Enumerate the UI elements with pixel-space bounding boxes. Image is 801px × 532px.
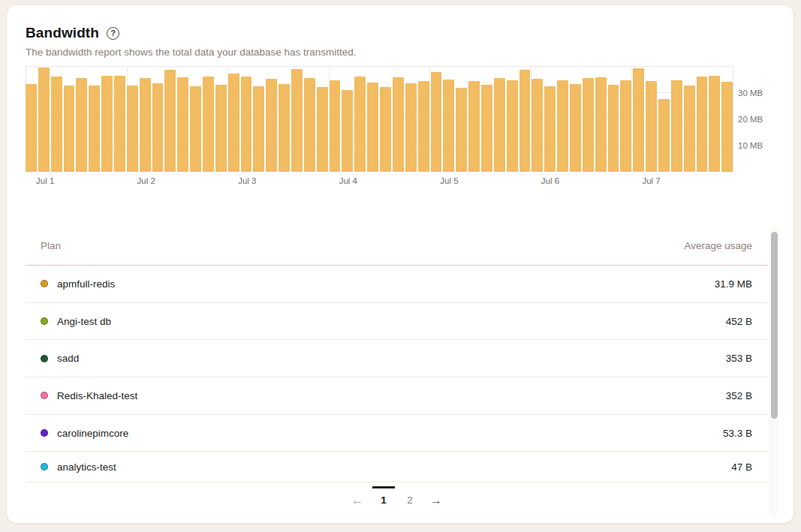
chart-bar[interactable] [608, 85, 619, 172]
chart-bar[interactable] [89, 86, 100, 172]
chart-bar[interactable] [64, 86, 75, 172]
chart-bar[interactable] [633, 68, 644, 172]
chart-bar[interactable] [330, 80, 341, 172]
chart-bar[interactable] [26, 84, 37, 172]
chart-bar[interactable] [531, 79, 543, 172]
plan-color-dot [41, 280, 48, 287]
chart-bar[interactable] [164, 70, 176, 172]
chart-bar[interactable] [76, 78, 87, 172]
chart-bar[interactable] [595, 77, 607, 172]
chart-bar[interactable] [317, 87, 328, 172]
chart-bar[interactable] [507, 80, 518, 172]
bandwidth-card: Bandwidth ? The bandwidth report shows t… [6, 5, 794, 524]
x-axis-label: Jul 2 [137, 176, 155, 185]
y-axis-label: 20 MB [738, 114, 775, 125]
chart-bar[interactable] [127, 86, 138, 172]
average-usage-value: 452 B [726, 316, 752, 327]
plan-name: Angi-test db [57, 316, 111, 327]
chart-bar[interactable] [418, 81, 429, 172]
chart-bar[interactable] [468, 81, 480, 172]
chart-bar[interactable] [291, 69, 303, 172]
help-icon[interactable]: ? [107, 27, 119, 40]
average-usage-value: 47 B [731, 461, 752, 473]
chart-bar[interactable] [519, 70, 531, 172]
x-axis-label: Jul 6 [541, 176, 559, 185]
bandwidth-chart: Jul 1Jul 2Jul 3Jul 4Jul 5Jul 6Jul 7 10 M… [26, 67, 733, 188]
pagination: ← 1 2 → [26, 482, 768, 518]
chart-bar[interactable] [494, 78, 505, 172]
chart-bar[interactable] [279, 84, 290, 172]
chart-bar[interactable] [342, 90, 353, 172]
table-scrollbar-track[interactable] [769, 226, 779, 515]
chart-bar[interactable] [697, 77, 708, 172]
chart-bar[interactable] [241, 77, 252, 172]
chart-bar[interactable] [443, 80, 454, 172]
chart-bar[interactable] [215, 85, 227, 172]
plan-name: apmfull-redis [57, 278, 115, 290]
chart-bar[interactable] [228, 74, 239, 172]
y-axis-label: 30 MB [738, 88, 775, 98]
page-button-2[interactable]: 2 [402, 491, 418, 509]
chart-bar[interactable] [51, 77, 62, 172]
chart-bar[interactable] [671, 80, 682, 172]
chart-bar[interactable] [354, 77, 366, 172]
plan-color-dot [41, 355, 48, 362]
chart-bar[interactable] [203, 77, 214, 172]
card-header: Bandwidth ? [26, 25, 119, 41]
chart-bar[interactable] [544, 86, 556, 172]
chart-bar[interactable] [367, 83, 378, 172]
chart-bar[interactable] [266, 79, 277, 172]
chart-bar[interactable] [405, 83, 417, 172]
chart-bar[interactable] [393, 77, 404, 172]
chart-bar[interactable] [620, 80, 631, 172]
average-usage-value: 53.3 B [723, 428, 752, 439]
table-row[interactable]: sadd 353 B [26, 340, 768, 377]
plan-color-dot [41, 463, 48, 470]
x-axis-label: Jul 3 [238, 176, 256, 185]
chart-bar[interactable] [140, 78, 151, 172]
chart-bar[interactable] [101, 76, 113, 172]
chart-bar[interactable] [557, 80, 568, 172]
chart-bar[interactable] [177, 77, 188, 172]
next-page-button[interactable]: → [428, 491, 444, 509]
chart-bar[interactable] [431, 72, 442, 172]
chart-bar[interactable] [646, 81, 657, 172]
chart-bar[interactable] [114, 76, 125, 172]
table-row[interactable]: Redis-Khaled-test 352 B [26, 377, 768, 415]
chart-bar[interactable] [658, 99, 670, 172]
chart-bar[interactable] [709, 76, 720, 172]
usage-table: Plan Average usage apmfull-redis 31.9 MB… [26, 226, 768, 518]
chart-bar[interactable] [721, 82, 733, 172]
chart-bar[interactable] [570, 84, 581, 172]
table-row[interactable]: analytics-test 47 B [26, 452, 768, 482]
page-subtitle: The bandwidth report shows the total dat… [26, 47, 357, 58]
chart-bar[interactable] [684, 86, 695, 173]
plan-color-dot [41, 429, 48, 437]
plan-name: analytics-test [57, 461, 116, 473]
y-axis-label: 10 MB [738, 140, 775, 151]
x-axis-label: Jul 7 [642, 176, 660, 185]
x-axis-label: Jul 5 [440, 176, 458, 185]
arrow-right-icon: → [430, 494, 442, 506]
average-usage-value: 31.9 MB [715, 278, 752, 290]
previous-page-button[interactable]: ← [349, 491, 366, 509]
chart-bar[interactable] [583, 78, 594, 172]
chart-bar[interactable] [38, 68, 50, 172]
page-button-1[interactable]: 1 [375, 491, 392, 509]
v-gridline [733, 67, 733, 172]
table-row[interactable]: Angi-test db 452 B [26, 303, 768, 341]
x-axis-label: Jul 4 [339, 176, 357, 185]
chart-bar[interactable] [456, 88, 467, 172]
table-row[interactable]: carolinepimcore 53.3 B [26, 415, 768, 452]
table-row[interactable]: apmfull-redis 31.9 MB [26, 266, 768, 303]
chart-bar[interactable] [152, 83, 164, 172]
chart-bar[interactable] [481, 85, 492, 172]
chart-bar[interactable] [190, 86, 201, 172]
chart-bar[interactable] [304, 78, 315, 172]
plan-color-dot [41, 392, 48, 399]
chart-bar[interactable] [380, 87, 391, 172]
x-axis-label: Jul 1 [36, 176, 54, 185]
chart-bar[interactable] [253, 86, 264, 172]
plan-color-dot [41, 317, 48, 325]
table-scrollbar-thumb[interactable] [771, 232, 778, 419]
